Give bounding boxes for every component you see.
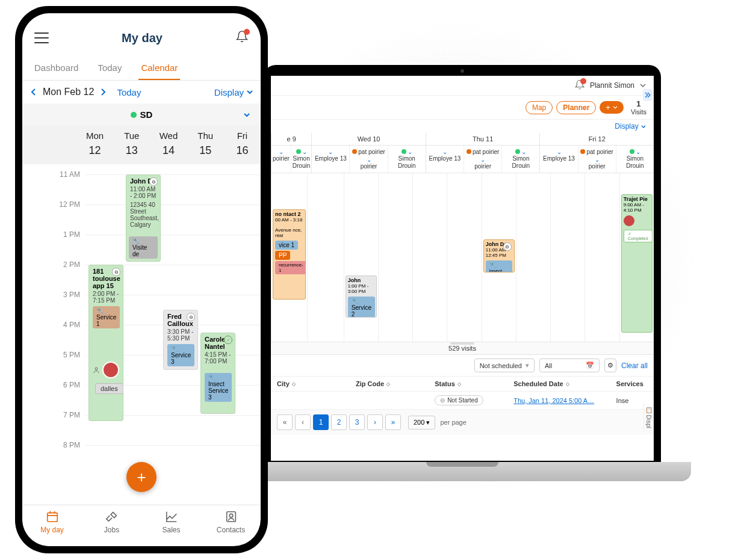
week-selector: Mon12 Tue13 Wed14 Thu15 Fri16 [22, 126, 261, 164]
all-filter[interactable]: All📅 [539, 358, 600, 372]
today-link[interactable]: Today [117, 87, 141, 97]
add-button[interactable]: + [126, 462, 157, 492]
employee-label: Employe 13 [541, 155, 576, 162]
contacts-icon [225, 510, 238, 523]
chevron-down-icon[interactable]: ⌄ [521, 149, 526, 155]
employee-selector[interactable]: SD [22, 103, 261, 126]
display-menu[interactable]: Display [214, 87, 253, 97]
col-city: City [277, 380, 290, 387]
prev-page-button[interactable]: ‹ [295, 414, 311, 430]
page-1-button[interactable]: 1 [313, 414, 329, 430]
svg-point-0 [95, 368, 98, 370]
chevron-down-icon[interactable]: ⌄ [557, 149, 562, 155]
page-3-button[interactable]: 3 [349, 414, 365, 430]
calendar-event[interactable]: John 1:00 PM - 3:00 PM 🔧Service 2 [346, 275, 377, 318]
calendar-event[interactable]: ⊖ John Doe 11:00 AM - 12:45 PM 🔧Insect [483, 239, 515, 272]
calendar-event[interactable]: no ntact 2 00 AM - 3:18 Avenue nce, réal… [273, 209, 306, 300]
col-services: Services [616, 380, 643, 387]
chevron-down-icon[interactable] [243, 111, 251, 119]
add-button[interactable]: + [600, 101, 624, 114]
chevron-down-icon[interactable]: ⌄ [302, 149, 307, 155]
employee-label: Employe 13 [313, 155, 348, 162]
tools-icon [105, 510, 119, 523]
chevron-down-icon[interactable]: ⌄ [480, 156, 485, 163]
nav-sales[interactable]: Sales [141, 510, 201, 534]
tag-chip: dalles [95, 383, 123, 394]
next-page-button[interactable]: › [367, 414, 383, 430]
status-dot [131, 112, 137, 118]
status-icon: ⊖ [187, 313, 195, 321]
day-header: Wed 10 [312, 133, 426, 146]
phone-device: My day Dashboard Today Calendar Mon Feb … [15, 6, 268, 553]
calendar-event[interactable]: ✓ Carole Nantel 4:15 PM - 7:00 PM 🔧Insec… [200, 333, 235, 414]
col-zip: Zip Code [356, 380, 384, 387]
calendar-event[interactable]: ⊖ Fred Cailloux 3:30 PM - 5:30 PM 🔧Servi… [163, 310, 198, 370]
sort-icon[interactable]: ◇ [457, 381, 461, 387]
nav-jobs[interactable]: Jobs [82, 510, 141, 534]
svg-point-7 [229, 514, 233, 517]
sort-icon[interactable]: ◇ [386, 381, 390, 387]
menu-icon[interactable] [34, 32, 49, 43]
notifications-icon[interactable] [235, 30, 249, 46]
weekday-mon[interactable]: Mon12 [76, 131, 113, 157]
sort-icon[interactable]: ◇ [566, 381, 569, 387]
nav-contacts[interactable]: Contacts [201, 510, 261, 534]
chevron-down-icon[interactable]: ⌄ [328, 149, 333, 155]
clear-all-link[interactable]: Clear all [621, 362, 648, 370]
weekday-wed[interactable]: Wed14 [150, 131, 187, 157]
chevron-down-icon[interactable] [639, 82, 647, 89]
user-icon [93, 366, 100, 374]
table-row[interactable]: ⊖Not Started Thu, Jan 11, 2024 5:00 A… I… [271, 392, 654, 410]
employee-label: poirier [351, 163, 386, 170]
status-icon: ⊖ [149, 177, 158, 186]
chevron-down-icon[interactable]: ⌄ [595, 156, 600, 163]
tab-dashboard[interactable]: Dashboard [32, 58, 81, 80]
display-menu[interactable]: Display [271, 120, 654, 133]
sort-icon[interactable]: ◇ [292, 381, 296, 387]
timeline[interactable]: 11 AM 12 PM 1 PM 2 PM 3 PM 4 PM 5 PM 6 P… [22, 164, 261, 505]
calendar-event[interactable]: ⊖ 181 toulouse app 15 2:00 PM - 7:15 PM … [88, 265, 123, 421]
page-title: My day [122, 31, 163, 45]
map-button[interactable]: Map [526, 101, 553, 114]
first-page-button[interactable]: « [277, 414, 293, 430]
chevron-down-icon[interactable]: ⌄ [408, 149, 412, 155]
time-axis: 11 AM 12 PM 1 PM 2 PM 3 PM 4 PM 5 PM 6 P… [22, 170, 87, 471]
employee-label: Simon Drouin [503, 155, 538, 170]
weekday-fri[interactable]: Fri16 [224, 131, 261, 157]
notifications-icon[interactable] [574, 79, 585, 91]
display-toggle-vertical[interactable]: 📋 Displ [643, 402, 653, 432]
calendar-body[interactable]: no ntact 2 00 AM - 3:18 Avenue nce, réal… [271, 173, 654, 342]
chevron-down-icon[interactable]: ⌄ [367, 156, 371, 163]
calendar-header: e 9 ⌄poirier ⌄Simon Drouin Wed 10 ⌄Emplo… [271, 133, 654, 173]
weekday-thu[interactable]: Thu15 [187, 131, 224, 157]
pagination: « ‹ 1 2 3 › » 200 ▾ per page [271, 410, 654, 435]
page-2-button[interactable]: 2 [331, 414, 347, 430]
chevron-down-icon[interactable]: ⌄ [279, 149, 284, 155]
employee-label: Simon Drouin [389, 155, 424, 170]
status-icon: ⊖ [112, 268, 120, 276]
date-link[interactable]: Thu, Jan 11, 2024 5:00 A… [513, 397, 594, 404]
next-day-button[interactable] [99, 88, 107, 96]
calendar-event[interactable]: ⊖ John Do 11:00 AM - 2:00 PM 12345 40 St… [126, 174, 161, 262]
calendar-event[interactable]: Trajet Pie 9:00 AM - 4:10 PM ✓ Completed [621, 194, 653, 333]
status-filter[interactable]: Not scheduled ▾ [474, 358, 535, 372]
last-page-button[interactable]: » [385, 414, 401, 430]
chevron-down-icon[interactable]: ⌄ [442, 149, 447, 155]
page-size-select[interactable]: 200 ▾ [408, 416, 435, 429]
tab-calendar[interactable]: Calendar [138, 58, 180, 80]
tab-today[interactable]: Today [95, 58, 124, 80]
visits-counter: 1 Visits [631, 99, 647, 115]
employee-name: pat poirier [586, 149, 613, 155]
user-menu[interactable]: Plannit Simon [590, 81, 634, 90]
filter-settings-button[interactable]: ⚙ [604, 358, 616, 372]
chevron-down-icon[interactable]: ⌄ [636, 149, 640, 155]
planner-button[interactable]: Planner [556, 101, 596, 114]
weekday-tue[interactable]: Tue13 [113, 131, 150, 157]
per-page-label: per page [440, 419, 466, 426]
prev-day-button[interactable] [29, 88, 38, 96]
collapse-panel-button[interactable] [643, 89, 653, 101]
visits-bar[interactable]: 529 visits [271, 342, 654, 355]
nav-myday[interactable]: My day [22, 510, 82, 534]
employee-label: Employe 13 [427, 155, 462, 162]
employee-name: pat poirier [358, 149, 385, 155]
